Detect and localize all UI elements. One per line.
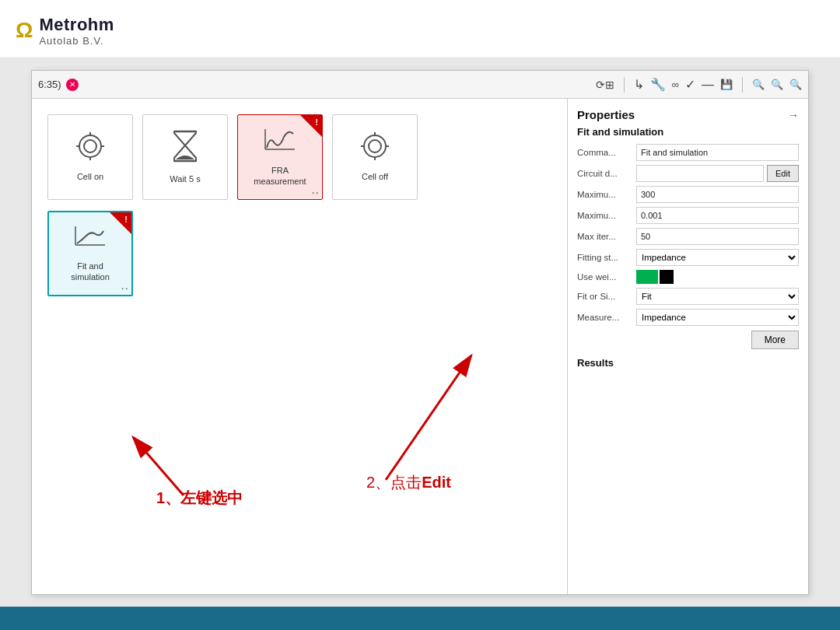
prop-row-weighting: Use wei... <box>577 270 799 284</box>
omega-icon: Ω <box>16 18 33 43</box>
edit-button[interactable]: Edit <box>767 165 799 182</box>
color-swatch-container <box>636 270 799 284</box>
cell-off-icon <box>361 132 389 166</box>
wait-icon <box>171 130 199 169</box>
toolbar-separator2 <box>742 77 743 93</box>
minus-icon[interactable]: — <box>702 78 714 92</box>
command-wait[interactable]: Wait 5 s <box>142 114 228 200</box>
properties-title: Properties <box>577 108 635 121</box>
svg-point-0 <box>79 135 101 157</box>
prop-row-fitorsim: Fit or Si... Fit <box>577 288 799 305</box>
prop-input-max2[interactable] <box>636 207 799 224</box>
pin-icon[interactable]: → <box>788 109 799 121</box>
save-icon[interactable]: 💾 <box>720 79 733 90</box>
prop-input-circuit[interactable] <box>636 165 764 182</box>
fit-sim-link-icon: ⬩⬩ <box>121 284 128 292</box>
prop-input-maxiter[interactable] <box>636 228 799 245</box>
wrench-icon[interactable]: 🔧 <box>650 77 666 92</box>
properties-header: Properties → <box>577 108 799 121</box>
prop-row-max2: Maximu... <box>577 207 799 224</box>
prop-row-max1: Maximu... <box>577 186 799 203</box>
check-icon[interactable]: ✓ <box>685 77 695 92</box>
software-window: 6:35) ✕ ⟳⊞ ↳ 🔧 ∞ ✓ — 💾 🔍 🔍 🔍 <box>31 70 809 595</box>
cell-off-label: Cell off <box>362 171 388 182</box>
warning-excl-fit: ! <box>124 215 128 224</box>
prop-select-fitting[interactable]: Impedance <box>636 249 799 266</box>
prop-label-fitting: Fitting st... <box>577 253 633 262</box>
canvas-area: Cell on Wait 5 s <box>32 99 567 594</box>
toolbar-icons: ⟳⊞ ↳ 🔧 ∞ ✓ — 💾 🔍 🔍 🔍 <box>596 77 802 93</box>
more-button[interactable]: More <box>751 331 799 349</box>
warning-excl-fra: ! <box>315 117 318 127</box>
logo-autolab: Autolab B.V. <box>39 35 114 47</box>
prop-input-command[interactable] <box>636 144 799 161</box>
refresh-icon[interactable]: ⟳⊞ <box>596 79 614 91</box>
svg-point-1 <box>84 140 96 152</box>
logo-area: Ω Metrohm Autolab B.V. <box>16 15 114 47</box>
prop-label-circuit: Circuit d... <box>577 169 633 178</box>
window-body: Cell on Wait 5 s <box>32 99 808 594</box>
properties-panel: Properties → Fit and simulation Comma...… <box>567 99 808 594</box>
command-cell-on[interactable]: Cell on <box>47 114 133 200</box>
annotation-text-2-bold: Edit <box>422 474 451 491</box>
main-content: 6:35) ✕ ⟳⊞ ↳ 🔧 ∞ ✓ — 💾 🔍 🔍 🔍 <box>0 58 840 607</box>
prop-label-maxiter: Max iter... <box>577 232 633 241</box>
prop-label-max1: Maximu... <box>577 190 633 199</box>
results-section-title: Results <box>577 357 799 369</box>
prop-label-measure: Measure... <box>577 313 633 322</box>
fit-sim-icon <box>74 225 107 256</box>
prop-label-command: Comma... <box>577 148 633 157</box>
annotation-text-1: 1、左键选中 <box>156 488 243 509</box>
header: Ω Metrohm Autolab B.V. <box>0 0 840 58</box>
prop-input-max1[interactable] <box>636 186 799 203</box>
zoom-fit-icon[interactable]: 🔍 <box>752 79 765 90</box>
prop-label-weighting: Use wei... <box>577 272 633 282</box>
logo-metrohm: Metrohm <box>39 15 114 35</box>
color-swatch-green <box>636 270 658 284</box>
zoom-out-icon[interactable]: 🔍 <box>789 79 802 90</box>
prop-row-command: Comma... <box>577 144 799 161</box>
svg-line-21 <box>386 355 471 480</box>
wait-label: Wait 5 s <box>170 173 200 184</box>
prop-row-fitting: Fitting st... Impedance <box>577 249 799 266</box>
prop-row-maxiter: Max iter... <box>577 228 799 245</box>
properties-section-title: Fit and simulation <box>577 126 799 138</box>
zoom-in-icon[interactable]: 🔍 <box>771 79 783 90</box>
prop-row-measure: Measure... Impedance <box>577 309 799 326</box>
window-title-bar: 6:35) ✕ <box>38 79 79 91</box>
close-button[interactable]: ✕ <box>66 79 79 91</box>
svg-line-20 <box>133 437 184 495</box>
link-icon[interactable]: ∞ <box>672 79 679 90</box>
command-fra[interactable]: ! FRAmeasurement ⬩⬩ <box>237 114 323 200</box>
fra-label: FRAmeasurement <box>254 165 306 187</box>
logo-text: Metrohm Autolab B.V. <box>39 15 114 47</box>
fit-sim-label: Fit andsimulation <box>71 261 110 283</box>
svg-point-12 <box>369 140 381 152</box>
command-cell-off[interactable]: Cell off <box>332 114 418 200</box>
cell-on-icon <box>76 132 104 166</box>
prop-select-measure[interactable]: Impedance <box>636 309 799 326</box>
commands-row-1: Cell on Wait 5 s <box>47 114 551 200</box>
annotation-text-2-prefix: 2、点击 <box>366 474 422 491</box>
window-toolbar: 6:35) ✕ ⟳⊞ ↳ 🔧 ∞ ✓ — 💾 🔍 🔍 🔍 <box>32 71 808 99</box>
svg-point-11 <box>364 135 386 157</box>
commands-row-2: ! Fit andsimulation ⬩⬩ <box>47 211 551 296</box>
bottom-bar <box>0 607 840 630</box>
window-title: 6:35) <box>38 79 61 90</box>
prop-select-fitorsim[interactable]: Fit <box>636 288 799 305</box>
prop-label-max2: Maximu... <box>577 211 633 220</box>
toolbar-separator <box>624 77 625 93</box>
command-fit-sim[interactable]: ! Fit andsimulation ⬩⬩ <box>47 211 133 296</box>
prop-label-fitorsim: Fit or Si... <box>577 292 633 301</box>
fra-link-icon: ⬩⬩ <box>311 188 319 196</box>
color-swatch-black <box>660 270 674 284</box>
fra-icon <box>264 128 296 160</box>
prop-row-circuit: Circuit d... Edit <box>577 165 799 182</box>
cell-on-label: Cell on <box>77 171 103 182</box>
annotation-text-2: 2、点击Edit <box>366 472 451 493</box>
step-into-icon[interactable]: ↳ <box>634 77 644 92</box>
